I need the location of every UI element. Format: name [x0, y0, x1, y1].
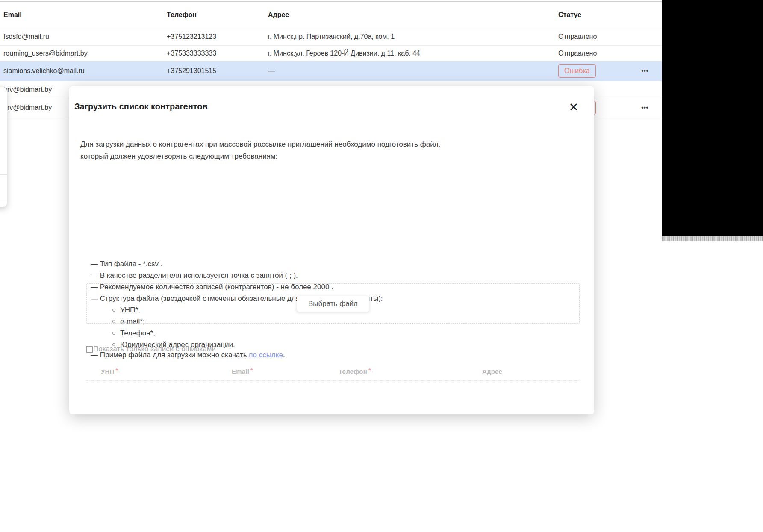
table-row[interactable]: rouming_users@bidmart.by +375333333333 г… — [0, 46, 662, 61]
sublist-item-label: Телефон*; — [120, 327, 155, 339]
show-errors-checkbox-label: Показать только записи с ошибками — [93, 345, 216, 353]
cell-email: fsdsfd@mail.ru — [3, 28, 49, 45]
table-row[interactable]: fsdsfd@mail.ru +375123213123 г. Минск,пр… — [0, 28, 662, 46]
cell-address: — — [268, 61, 275, 81]
modal-title: Загрузить список контрагентов — [74, 102, 208, 112]
column-header-phone: Телефон — [167, 2, 197, 28]
mini-column-header-address: Адрес — [482, 368, 504, 375]
choose-file-button[interactable]: Выбрать файл — [297, 296, 369, 312]
requirement-item: — Тип файла - *.csv . — [91, 258, 383, 270]
circle-bullet-icon — [112, 332, 115, 335]
redacted-region — [662, 0, 763, 236]
cell-email: hrv@bidmart.by — [3, 98, 52, 117]
cell-email: siamions.velichko@mail.ru — [3, 61, 85, 81]
column-header-address: Адрес — [268, 2, 289, 28]
example-file-link[interactable]: по ссылке — [249, 351, 283, 359]
mini-header-label: Телефон — [339, 368, 367, 375]
file-dropzone[interactable]: Выбрать файл — [86, 283, 580, 324]
cell-status: Ошибка — [558, 61, 596, 81]
cell-status: Отправлено — [558, 46, 597, 61]
cell-phone: +375123213123 — [167, 28, 216, 45]
cell-status: Отправлено — [558, 28, 597, 45]
show-errors-checkbox-row: Показать только записи с ошибками — [86, 345, 216, 353]
example-suffix: . — [283, 351, 285, 359]
cell-email: hrv@bidmart.by — [3, 81, 52, 98]
row-actions-menu-icon[interactable]: ••• — [641, 61, 648, 81]
modal-intro-text: Для загрузки данных о контрагентах при м… — [80, 138, 585, 162]
column-header-status: Статус — [558, 2, 581, 28]
cell-address: г. Минск,ул. Героев 120-Й Дивизии, д.11,… — [268, 46, 420, 61]
required-asterisk: * — [250, 367, 253, 374]
sublist-item: Телефон*; — [112, 327, 235, 339]
table-header-row: Email Телефон Адрес Статус — [0, 2, 662, 28]
cell-email: rouming_users@bidmart.by — [3, 46, 88, 61]
mini-column-header-email: Email* — [232, 368, 253, 375]
required-asterisk: * — [116, 367, 118, 374]
table-row-selected[interactable]: siamions.velichko@mail.ru +375291301515 … — [0, 61, 662, 81]
popover-divider — [0, 174, 7, 175]
intro-line-1: Для загрузки данных о контрагентах при м… — [80, 138, 585, 150]
page-root: Email Телефон Адрес Статус fsdsfd@mail.r… — [0, 0, 763, 532]
mini-header-label: УНП — [101, 368, 115, 375]
intro-line-2: который должен удовлетворять следующим т… — [80, 150, 585, 162]
redacted-torn-edge — [662, 236, 763, 241]
requirement-item: — В качестве разделителя используется то… — [91, 270, 383, 281]
cell-address: г. Минск,пр. Партизанский, д.70а, ком. 1 — [268, 28, 395, 45]
cell-phone: +375333333333 — [167, 46, 216, 61]
background-popover-panel — [0, 87, 7, 207]
popover-divider — [0, 199, 7, 199]
upload-counterparties-modal: Загрузить список контрагентов ✕ Для загр… — [69, 86, 594, 414]
mini-column-header-unp: УНП* — [101, 368, 118, 375]
show-errors-checkbox[interactable] — [86, 346, 93, 353]
column-header-email: Email — [3, 2, 22, 28]
row-actions-menu-icon[interactable]: ••• — [641, 98, 648, 117]
close-icon[interactable]: ✕ — [567, 100, 580, 114]
status-error-badge: Ошибка — [558, 64, 596, 78]
cell-phone: +375291301515 — [167, 61, 216, 81]
mini-header-label: Адрес — [482, 368, 502, 375]
required-asterisk: * — [368, 367, 371, 374]
mini-table-divider — [86, 380, 580, 381]
mini-header-label: Email — [232, 368, 249, 375]
mini-column-header-phone: Телефон* — [339, 368, 371, 375]
